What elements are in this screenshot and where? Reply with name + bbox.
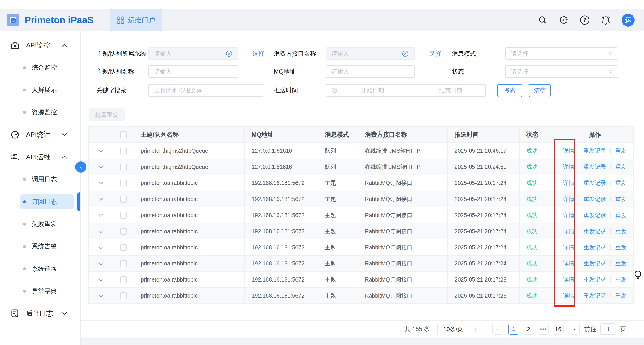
detail-link[interactable]: 详情 <box>558 228 579 235</box>
sidebar-group-API运维[interactable]: API运维 <box>0 146 80 168</box>
batch-resend-button[interactable]: 批量重发 <box>89 108 124 121</box>
row-checkbox[interactable] <box>120 276 127 283</box>
resend-record-link[interactable]: 重发记录 <box>579 260 610 267</box>
tab-ops-portal[interactable]: 运维门户 <box>110 9 162 31</box>
sidebar-item-订阅日志[interactable]: 订阅日志 <box>0 191 80 213</box>
resend-record-link[interactable]: 重发记录 <box>579 179 610 187</box>
next-page-button[interactable]: › <box>568 324 580 335</box>
expand-cell <box>88 143 113 159</box>
sidebar-item-调用日志[interactable]: 调用日志 <box>0 168 80 191</box>
clear-icon[interactable] <box>402 50 409 57</box>
ai-assistant-icon[interactable]: AI <box>558 15 569 25</box>
resend-link[interactable]: 重发 <box>611 212 631 219</box>
resend-link[interactable]: 重发 <box>611 163 631 171</box>
sidebar-group-API统计[interactable]: API统计 <box>0 123 80 146</box>
sidebar-group-API监控[interactable]: API监控 <box>0 34 80 56</box>
row-checkbox[interactable] <box>120 293 127 299</box>
expand-chevron-icon[interactable] <box>98 246 103 249</box>
resend-link[interactable]: 重发 <box>611 276 631 283</box>
bell-icon[interactable] <box>600 15 611 25</box>
resend-link[interactable]: 重发 <box>611 244 631 251</box>
lightbulb-icon[interactable] <box>633 270 643 282</box>
end-date-placeholder[interactable]: 结束日期 <box>416 86 486 94</box>
sidebar-item-资源监控[interactable]: 资源监控 <box>0 101 80 123</box>
search-button[interactable]: 搜索 <box>497 84 522 97</box>
expand-chevron-icon[interactable] <box>98 230 103 233</box>
prev-page-button[interactable]: ‹ <box>492 324 503 335</box>
row-checkbox[interactable] <box>120 212 127 219</box>
resend-record-link[interactable]: 重发记录 <box>579 147 610 154</box>
resend-record-link[interactable]: 重发记录 <box>579 292 610 299</box>
status-badge: 成功 <box>526 244 538 250</box>
help-icon[interactable]: ? <box>580 15 590 25</box>
sidebar-item-系统告警[interactable]: 系统告警 <box>0 235 80 258</box>
detail-link[interactable]: 详情 <box>558 260 579 267</box>
detail-link[interactable]: 详情 <box>558 195 579 203</box>
keyword-input[interactable]: 支持流水号/报文体 <box>148 84 264 97</box>
user-avatar[interactable]: 运 <box>622 14 634 27</box>
detail-link[interactable]: 详情 <box>558 179 579 187</box>
system-select-link[interactable]: 选择 <box>252 47 264 60</box>
sidebar-collapse-button[interactable]: ‹ <box>75 161 86 173</box>
clear-icon[interactable] <box>226 50 233 57</box>
search-icon[interactable] <box>538 15 548 25</box>
page-size-select[interactable]: 10条/页 ∨ <box>437 323 482 336</box>
select-all-checkbox[interactable] <box>120 131 127 138</box>
page-button-16[interactable]: 16 <box>552 324 564 335</box>
row-checkbox[interactable] <box>120 164 127 170</box>
sidebar-item-失败重发[interactable]: 失败重发 <box>0 213 80 235</box>
expand-chevron-icon[interactable] <box>98 150 103 153</box>
detail-link[interactable]: 详情 <box>558 292 579 299</box>
message-mode-select[interactable]: 请选择 ∨ <box>505 47 618 60</box>
resend-record-link[interactable]: 重发记录 <box>579 228 610 235</box>
page-button-1[interactable]: 1 <box>508 324 520 335</box>
row-checkbox[interactable] <box>120 228 127 235</box>
sidebar-item-综合监控[interactable]: 综合监控 <box>0 56 80 79</box>
resend-link[interactable]: 重发 <box>611 260 631 267</box>
row-checkbox[interactable] <box>120 196 127 203</box>
sidebar-item-大屏展示[interactable]: 大屏展示 <box>0 79 80 101</box>
sidebar-group-后台日志[interactable]: 后台日志 <box>0 302 80 325</box>
detail-link[interactable]: 详情 <box>558 276 579 283</box>
detail-link[interactable]: 详情 <box>558 147 579 154</box>
sidebar-item-异常字典[interactable]: 异常字典 <box>0 280 80 302</box>
push-time-range-picker[interactable]: 开始日期 - 结束日期 <box>326 84 486 97</box>
cell-status: 成功 <box>520 143 556 159</box>
consumer-select-link[interactable]: 选择 <box>430 47 442 60</box>
mq-address-input[interactable]: 请输入 <box>326 65 415 78</box>
row-checkbox[interactable] <box>120 260 127 267</box>
resend-link[interactable]: 重发 <box>611 195 631 203</box>
resend-record-link[interactable]: 重发记录 <box>579 212 610 219</box>
detail-link[interactable]: 详情 <box>558 212 579 219</box>
sidebar-item-系统链路[interactable]: 系统链路 <box>0 258 80 280</box>
resend-record-link[interactable]: 重发记录 <box>579 195 610 203</box>
page-button-2[interactable]: 2 <box>523 324 534 335</box>
page-ellipsis[interactable]: ••• <box>538 324 549 335</box>
start-date-placeholder[interactable]: 开始日期 <box>338 86 407 94</box>
resend-record-link[interactable]: 重发记录 <box>579 276 610 283</box>
resend-link[interactable]: 重发 <box>611 228 631 235</box>
resend-record-link[interactable]: 重发记录 <box>579 163 610 171</box>
expand-chevron-icon[interactable] <box>98 278 103 282</box>
row-checkbox[interactable] <box>120 244 127 251</box>
expand-chevron-icon[interactable] <box>98 262 103 265</box>
queue-name-input[interactable]: 请输入 <box>148 65 238 78</box>
row-checkbox[interactable] <box>120 180 127 186</box>
clear-button[interactable]: 清空 <box>528 84 551 97</box>
resend-record-link[interactable]: 重发记录 <box>579 244 610 251</box>
status-select[interactable]: 请选择 ∨ <box>505 65 618 78</box>
expand-chevron-icon[interactable] <box>98 182 103 185</box>
detail-link[interactable]: 详情 <box>558 163 579 171</box>
row-checkbox[interactable] <box>120 148 127 154</box>
resend-link[interactable]: 重发 <box>611 292 631 299</box>
detail-link[interactable]: 详情 <box>558 244 579 251</box>
expand-chevron-icon[interactable] <box>98 295 103 298</box>
expand-chevron-icon[interactable] <box>98 198 103 201</box>
expand-chevron-icon[interactable] <box>98 214 103 217</box>
system-input[interactable]: 请输入 <box>148 47 238 60</box>
expand-chevron-icon[interactable] <box>98 166 103 169</box>
resend-link[interactable]: 重发 <box>611 147 631 154</box>
resend-link[interactable]: 重发 <box>611 179 631 187</box>
goto-page-input[interactable]: 1 <box>600 323 616 335</box>
consumer-input[interactable]: 请输入 <box>326 47 415 60</box>
